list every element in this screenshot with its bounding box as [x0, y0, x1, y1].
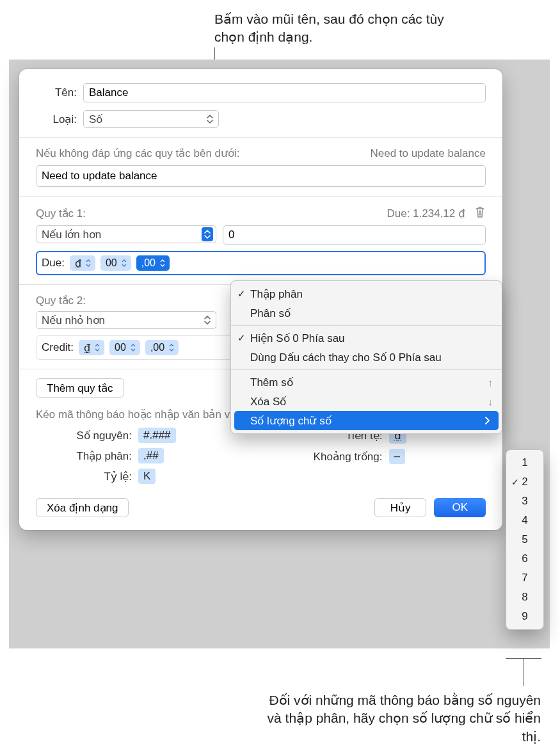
- submenu-item-5[interactable]: 5: [506, 530, 543, 549]
- menu-separator: [231, 325, 502, 326]
- rule1-header: Quy tắc 1: Due: 1.234,12 ₫: [36, 205, 486, 221]
- norules-header: Nếu không đáp ứng các quy tắc bên dưới: …: [36, 147, 486, 160]
- menu-item-label: Phân số: [250, 307, 291, 320]
- divider: [19, 137, 502, 138]
- rule1-label: Quy tắc 1:: [36, 207, 86, 220]
- menu-dungcach[interactable]: Dùng Dấu cách thay cho Số 0 Phía sau: [231, 348, 502, 367]
- menu-xoaso[interactable]: Xóa Số ↓: [231, 392, 502, 411]
- rule1-condition-value: Nếu lớn hơn: [42, 228, 101, 241]
- norules-input[interactable]: [36, 165, 486, 187]
- submenu-item-7[interactable]: 7: [506, 568, 543, 588]
- token-scale-label: Tỷ lệ:: [36, 470, 138, 483]
- clear-format-button[interactable]: Xóa định dạng: [36, 498, 129, 517]
- check-icon: ✓: [511, 477, 519, 487]
- submenu-item-label: 8: [522, 591, 527, 604]
- menu-phanso[interactable]: Phân số: [231, 303, 502, 323]
- chevron-updown-icon: [202, 316, 213, 325]
- menu-hien0[interactable]: ✓ Hiện Số 0 Phía sau: [231, 328, 502, 348]
- token-integer-label: Số nguyên:: [36, 429, 138, 442]
- cancel-button[interactable]: Hủy: [374, 498, 427, 517]
- menu-soluong[interactable]: Số lượng chữ số: [234, 411, 499, 430]
- rule1-condition-select[interactable]: Nếu lớn hơn: [36, 225, 216, 243]
- type-select[interactable]: Số: [83, 110, 219, 128]
- submenu-item-9[interactable]: 9: [506, 607, 543, 626]
- rule2-label: Quy tắc 2:: [36, 294, 86, 307]
- rule2-condition-select[interactable]: Nếu nhỏ hơn: [36, 311, 216, 329]
- submenu-item-3[interactable]: 3: [506, 492, 543, 511]
- decimal-options-menu: ✓ Thập phân Phân số ✓ Hiện Số 0 Phía sau…: [230, 280, 502, 434]
- menu-item-label: Thập phân: [250, 287, 303, 301]
- type-row: Loại: Số: [36, 110, 486, 128]
- name-input[interactable]: [83, 83, 486, 102]
- rule1-tokens-row[interactable]: Due: ₫ 00 ,00: [36, 251, 486, 275]
- rule2-decimal-pill[interactable]: ,00: [145, 340, 179, 355]
- chevron-updown-icon: [204, 115, 216, 124]
- tokens-grid: Số nguyên: #.### Thập phân: ,## Tỷ lệ: K…: [36, 428, 486, 484]
- trash-icon[interactable]: [474, 205, 486, 221]
- submenu-item-label: 4: [522, 514, 527, 527]
- rule2-currency-pill[interactable]: ₫: [79, 340, 104, 355]
- arrow-up-icon: ↑: [488, 377, 493, 388]
- chevron-updown-icon: [158, 259, 167, 267]
- pill-text: 00: [106, 257, 117, 269]
- divider: [19, 196, 502, 197]
- chevron-updown-icon: [120, 259, 129, 267]
- submenu-item-label: 3: [522, 495, 527, 508]
- token-space[interactable]: –: [389, 449, 405, 464]
- type-label: Loại:: [36, 113, 83, 126]
- submenu-item-label: 9: [522, 610, 527, 623]
- menu-item-label: Xóa Số: [250, 395, 286, 408]
- rule1-value-input[interactable]: [223, 225, 486, 245]
- rule2-condition-value: Nếu nhỏ hơn: [42, 314, 105, 327]
- menu-thapphan[interactable]: ✓ Thập phân: [231, 284, 502, 303]
- rule1-prefix: Due:: [42, 257, 65, 269]
- menu-item-label: Thêm số: [250, 376, 293, 389]
- submenu-item-6[interactable]: 6: [506, 549, 543, 568]
- rule2-prefix: Credit:: [42, 341, 74, 354]
- footer: Xóa định dạng Hủy OK: [36, 498, 486, 517]
- rule1-currency-pill[interactable]: ₫: [70, 255, 95, 271]
- pill-text: 00: [115, 342, 126, 353]
- menu-item-label: Số lượng chữ số: [250, 414, 332, 428]
- rule1-integer-pill[interactable]: 00: [100, 255, 131, 271]
- chevron-updown-icon: [84, 259, 93, 267]
- arrow-down-icon: ↓: [488, 396, 493, 407]
- rule1-decimal-pill[interactable]: ,00: [136, 255, 170, 271]
- token-space-label: Khoảng trống:: [261, 450, 389, 463]
- submenu-item-label: 5: [522, 533, 527, 546]
- submenu-item-label: 6: [522, 552, 527, 565]
- token-decimal-label: Thập phân:: [36, 449, 138, 463]
- chevron-updown-icon: [167, 344, 176, 351]
- submenu-item-1[interactable]: 1: [506, 453, 543, 472]
- rule1-preview: Due: 1.234,12 ₫: [387, 207, 465, 220]
- callout-bottom: Đối với những mã thông báo bằng số nguyê…: [253, 691, 541, 746]
- add-rule-button[interactable]: Thêm quy tắc: [36, 378, 124, 398]
- rule1-condition-row: Nếu lớn hơn: [36, 225, 486, 245]
- submenu-item-2[interactable]: ✓2: [506, 472, 543, 492]
- rule2-integer-pill[interactable]: 00: [109, 340, 140, 355]
- pill-text: ,00: [150, 342, 164, 353]
- digit-count-submenu: 1✓23456789: [506, 449, 544, 630]
- check-icon: ✓: [237, 332, 246, 344]
- submenu-item-label: 2: [522, 476, 527, 488]
- token-decimal[interactable]: ,##: [138, 448, 164, 463]
- submenu-item-label: 7: [522, 572, 527, 584]
- menu-separator: [231, 369, 502, 370]
- token-scale-row: Tỷ lệ: K: [36, 469, 261, 484]
- norules-label: Nếu không đáp ứng các quy tắc bên dưới:: [36, 147, 240, 160]
- token-decimal-row: Thập phân: ,##: [36, 448, 261, 463]
- token-integer[interactable]: #.###: [138, 428, 176, 443]
- ok-button[interactable]: OK: [434, 498, 486, 517]
- submenu-item-label: 1: [522, 456, 527, 469]
- chevron-updown-icon: [202, 227, 213, 241]
- menu-themso[interactable]: Thêm số ↑: [231, 373, 502, 392]
- chevron-updown-icon: [129, 344, 138, 351]
- token-scale[interactable]: K: [138, 469, 156, 484]
- callout-line: [524, 658, 524, 686]
- norules-preview: Need to update balance: [370, 147, 486, 160]
- submenu-item-4[interactable]: 4: [506, 511, 543, 530]
- submenu-item-8[interactable]: 8: [506, 588, 543, 607]
- pill-text: ,00: [141, 257, 156, 269]
- check-icon: ✓: [237, 288, 246, 300]
- pill-text: ₫: [75, 257, 81, 269]
